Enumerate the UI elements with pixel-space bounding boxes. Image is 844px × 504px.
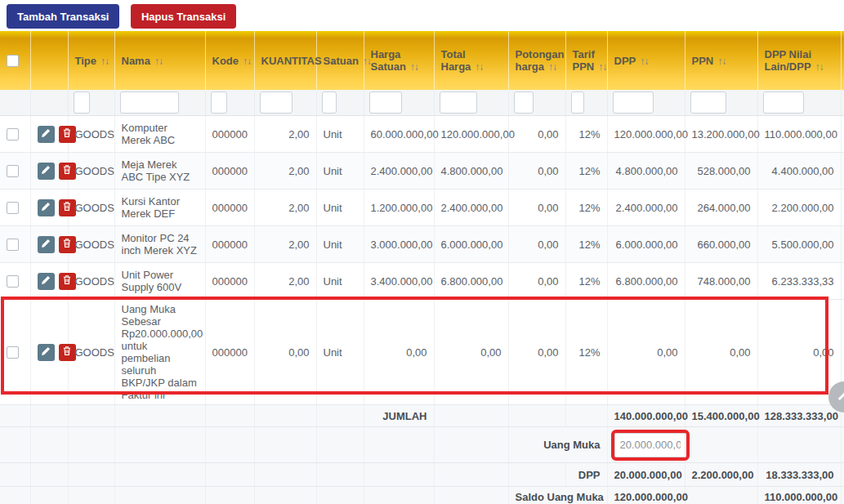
- filter-potongan_harga-input[interactable]: [514, 91, 534, 114]
- cell-overflow: [841, 190, 844, 226]
- cell-tarif_ppn: 12%: [565, 116, 607, 153]
- filter-harga_satuan-input[interactable]: [369, 91, 402, 114]
- sort-icon[interactable]: ↑↓: [100, 56, 109, 67]
- cell-kuantitas: 2,00: [254, 263, 316, 300]
- sort-icon[interactable]: ↑↓: [363, 56, 371, 67]
- cell-tipe: GOODS: [68, 263, 114, 300]
- delete-row-button[interactable]: [59, 126, 76, 143]
- jumlah-dpp-nilai-lain: 128.333.333,00: [757, 405, 841, 427]
- sort-icon[interactable]: ↑↓: [243, 56, 251, 67]
- saldo-uang-muka-ppn: [685, 487, 757, 504]
- filter-ppn-input[interactable]: [690, 91, 726, 114]
- column-header-total_harga[interactable]: Total Harga↑↓: [434, 31, 508, 90]
- cell-kode: 000000: [205, 263, 254, 300]
- saldo-uang-muka-dpp: 120.000.000,00: [607, 487, 685, 504]
- sort-icon[interactable]: ↑↓: [548, 61, 556, 73]
- trash-icon: [62, 274, 72, 288]
- filter-cell-overflow: [841, 90, 844, 116]
- column-header-potongan_harga[interactable]: Potongan harga↑↓: [508, 31, 565, 90]
- saldo-uang-muka-label: Saldo Uang Muka: [508, 487, 607, 504]
- row-checkbox[interactable]: [7, 275, 19, 288]
- column-header-actions: [30, 31, 68, 90]
- delete-row-button[interactable]: [59, 273, 76, 290]
- column-header-kuantitas[interactable]: KUANTITAS↑↓: [254, 31, 316, 90]
- cell-tipe: GOODS: [68, 153, 114, 190]
- filter-dpp-input[interactable]: [613, 91, 654, 114]
- delete-row-button[interactable]: [59, 199, 76, 216]
- cell-tarif_ppn: 12%: [565, 263, 607, 300]
- add-transaction-button[interactable]: Tambah Transaksi: [7, 4, 119, 29]
- edit-row-button[interactable]: [38, 199, 55, 216]
- cell-kode: 000000: [205, 116, 254, 153]
- row-checkbox[interactable]: [7, 346, 19, 359]
- delete-row-button[interactable]: [59, 163, 76, 180]
- row-checkbox[interactable]: [7, 239, 19, 251]
- sort-icon[interactable]: ↑↓: [154, 56, 163, 67]
- column-header-nama[interactable]: Nama↑↓: [114, 31, 205, 90]
- chevron-up-icon: [837, 392, 844, 405]
- filter-kuantitas-input[interactable]: [260, 91, 292, 114]
- row-checkbox[interactable]: [7, 128, 19, 140]
- cell-tarif_ppn: 12%: [565, 226, 607, 263]
- cell-nama: Meja Merek ABC Tipe XYZ: [114, 153, 205, 190]
- filter-kode-input[interactable]: [211, 91, 227, 114]
- row-checkbox[interactable]: [7, 165, 19, 177]
- column-header-ppn[interactable]: PPN↑↓: [685, 31, 757, 90]
- column-header-tarif_ppn[interactable]: Tarif PPN↑↓: [565, 31, 607, 90]
- cell-overflow: [841, 153, 844, 190]
- cell-potongan_harga: 0,00: [508, 226, 565, 263]
- cell-actions: [30, 153, 68, 190]
- column-label: DPP: [614, 55, 636, 67]
- cell-harga_satuan: 60.000.000,00: [364, 116, 434, 153]
- uang-muka-input[interactable]: [614, 433, 686, 457]
- cell-tarif_ppn: 12%: [565, 153, 607, 190]
- column-header-dpp[interactable]: DPP↑↓: [607, 31, 685, 90]
- pencil-icon: [41, 202, 51, 214]
- edit-row-button[interactable]: [38, 273, 55, 290]
- filter-tipe-input[interactable]: [74, 91, 90, 114]
- filter-satuan-input[interactable]: [322, 91, 337, 114]
- edit-row-button[interactable]: [38, 163, 55, 180]
- delete-transaction-button[interactable]: Hapus Transaksi: [131, 4, 236, 29]
- jumlah-dpp: 140.000.000,00: [607, 405, 685, 427]
- column-header-tipe[interactable]: Tipe↑↓: [68, 31, 114, 90]
- cell-kode: 000000: [205, 190, 254, 226]
- filter-cell-kode: [205, 90, 254, 116]
- pencil-icon: [41, 239, 51, 251]
- row-checkbox[interactable]: [7, 202, 19, 214]
- sort-icon[interactable]: ↑↓: [475, 61, 483, 73]
- select-all-checkbox[interactable]: [7, 55, 19, 67]
- filter-tarif_ppn-input[interactable]: [571, 91, 584, 114]
- column-header-harga_satuan[interactable]: Harga Satuan↑↓: [364, 31, 434, 90]
- column-header-satuan[interactable]: Satuan↑↓: [316, 31, 364, 90]
- column-header-dpp_nilai_lain[interactable]: DPP Nilai Lain/DPP↑↓: [757, 31, 841, 90]
- delete-row-button[interactable]: [59, 236, 76, 253]
- cell-kode: 000000: [205, 300, 254, 405]
- filter-total_harga-input[interactable]: [440, 91, 477, 114]
- sort-icon[interactable]: ↑↓: [598, 61, 606, 73]
- cell-ppn: 0,00: [685, 300, 757, 405]
- edit-row-button[interactable]: [38, 126, 55, 143]
- sort-icon[interactable]: ↑↓: [640, 56, 648, 67]
- cell-nama: Kursi Kantor Merek DEF: [114, 190, 205, 226]
- filter-dpp_nilai_lain-input[interactable]: [763, 91, 804, 114]
- filter-cell-ppn: [685, 90, 757, 116]
- column-label: Potongan harga: [516, 48, 565, 73]
- header-row: Tipe↑↓Nama↑↓Kode↑↓KUANTITAS↑↓Satuan↑↓Har…: [0, 31, 844, 90]
- column-header-kode[interactable]: Kode↑↓: [205, 31, 254, 90]
- edit-row-button[interactable]: [38, 236, 55, 253]
- filter-nama-input[interactable]: [120, 91, 179, 114]
- cell-actions: [30, 116, 68, 153]
- sort-icon[interactable]: ↑↓: [410, 61, 418, 73]
- toolbar: Tambah Transaksi Hapus Transaksi: [0, 0, 844, 31]
- filter-cell-potongan_harga: [508, 90, 565, 116]
- delete-row-button[interactable]: [59, 344, 76, 361]
- filter-cell-tipe: [68, 90, 114, 116]
- pencil-icon: [41, 128, 51, 140]
- trash-icon: [62, 127, 72, 140]
- sort-icon[interactable]: ↑↓: [815, 61, 824, 73]
- cell-tarif_ppn: 12%: [565, 300, 607, 405]
- sort-icon[interactable]: ↑↓: [717, 56, 726, 67]
- edit-row-button[interactable]: [38, 344, 55, 361]
- summary-row-dpp: DPP 20.000.000,00 2.200.000,00 18.333.33…: [0, 463, 844, 487]
